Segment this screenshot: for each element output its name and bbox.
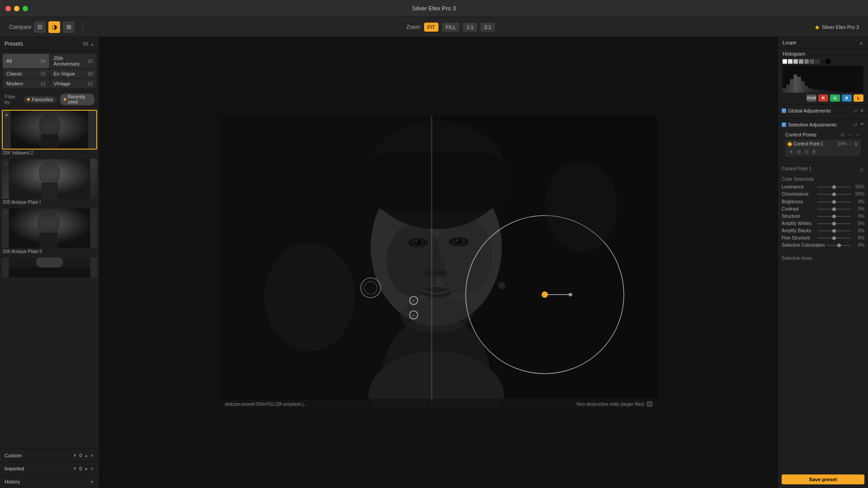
brightness-slider[interactable] bbox=[817, 202, 851, 202]
contrast-slider[interactable] bbox=[817, 209, 851, 210]
presets-header: Presets 58 ▲ bbox=[0, 37, 99, 51]
svg-rect-57 bbox=[808, 88, 812, 93]
structure-slider[interactable] bbox=[817, 216, 851, 217]
svg-rect-66 bbox=[841, 92, 845, 93]
cat-25th[interactable]: 25th Anniversary 10 bbox=[50, 54, 97, 68]
channel-l-button[interactable]: L bbox=[854, 94, 863, 102]
cat-classic[interactable]: Classic 15 bbox=[3, 69, 49, 78]
svg-rect-65 bbox=[838, 92, 841, 93]
window-title: Silver Efex Pro 3 bbox=[412, 5, 456, 12]
preset-categories: All 58 25th Anniversary 10 Classic 15 En… bbox=[0, 51, 99, 91]
imported-header[interactable]: Imported ▼ 0 ▲ ▼ bbox=[0, 462, 99, 475]
custom-controls: ▼ 0 ▲ ▼ bbox=[73, 453, 94, 458]
canvas-image[interactable]: + + alekzan-powell-5t5krHi1LQ8- bbox=[219, 116, 658, 409]
svg-text:+: + bbox=[412, 314, 415, 318]
sub-cp-reset-button[interactable]: ↺ bbox=[858, 167, 864, 174]
swatch-lg2 bbox=[793, 59, 798, 64]
zoom-fill-button[interactable]: FILL bbox=[442, 23, 459, 32]
color-selectivity-title: Color Selectivity bbox=[782, 177, 864, 182]
swatch-darker bbox=[821, 59, 825, 64]
channel-rgb-button[interactable]: RGB bbox=[807, 94, 816, 102]
selective-adjustments-header[interactable]: ✓ Selective Adjustments ↺ ▼ bbox=[782, 122, 864, 128]
svg-rect-59 bbox=[816, 89, 819, 93]
cp-gear-button[interactable]: ⚙ bbox=[839, 131, 845, 138]
non-destructive-checkbox[interactable] bbox=[647, 401, 652, 407]
luminance-label: Luminance bbox=[782, 184, 816, 189]
channel-g-button[interactable]: G bbox=[830, 94, 840, 102]
minimize-button[interactable] bbox=[14, 6, 19, 11]
custom-increment-button[interactable]: ▲ bbox=[84, 454, 88, 458]
close-button[interactable] bbox=[5, 6, 11, 11]
compare-active-button[interactable]: ◑ bbox=[48, 21, 60, 33]
zoom-2to1-button[interactable]: 2:1 bbox=[481, 23, 495, 32]
channel-r-button[interactable]: R bbox=[818, 94, 828, 102]
cp1-pct: 24% bbox=[838, 141, 847, 146]
custom-decrement-button[interactable]: ▼ bbox=[73, 454, 77, 458]
svg-point-32 bbox=[425, 270, 436, 277]
selective-colorization-row: Selective Colorization 0% bbox=[782, 243, 864, 248]
selective-colorization-label: Selective Colorization bbox=[782, 243, 825, 248]
selective-adj-checkbox[interactable]: ✓ bbox=[782, 122, 786, 127]
loupe-header[interactable]: Loupe ▲ bbox=[783, 40, 863, 45]
app-logo-label: Silver Efex Pro 3 bbox=[822, 24, 859, 30]
list-item[interactable]: ☆ 036 Antique Plate II bbox=[2, 208, 97, 256]
svg-rect-71 bbox=[860, 92, 863, 93]
list-item[interactable]: ★ 034 Yellowed 2 bbox=[2, 110, 97, 157]
histogram-graph bbox=[783, 66, 863, 93]
compare-split-button[interactable]: ⊟ bbox=[34, 21, 46, 33]
sub-control-point-section: Control Point 1 ↺ Color Selectivity Lumi… bbox=[778, 163, 868, 253]
amplify-whites-slider[interactable] bbox=[817, 223, 851, 224]
selective-adjustments-group: ✓ Selective Adjustments ↺ ▼ Control Poin… bbox=[778, 119, 868, 163]
fine-structure-slider[interactable] bbox=[817, 238, 851, 239]
filter-favourites-chip[interactable]: Favourites bbox=[24, 96, 57, 103]
maximize-button[interactable] bbox=[23, 6, 28, 11]
global-adj-checkbox[interactable]: ✓ bbox=[782, 108, 786, 113]
cp1-visibility-button[interactable]: ✓ bbox=[849, 142, 852, 146]
global-adj-reset-button[interactable]: ↺ bbox=[852, 108, 859, 114]
cp1-diamond-btn[interactable]: ◆ bbox=[788, 148, 794, 155]
cp1-delete-button[interactable]: 🗑 bbox=[854, 142, 858, 146]
zoom-label: Zoom bbox=[406, 24, 420, 30]
luminance-slider[interactable] bbox=[817, 187, 851, 188]
structure-row: Structure 0% bbox=[782, 214, 864, 219]
control-points-header: Control Points ⚙ ✓ ✓ bbox=[785, 131, 861, 138]
chrominance-slider[interactable] bbox=[817, 194, 851, 195]
svg-point-35 bbox=[400, 297, 472, 333]
imported-increment-button[interactable]: ▲ bbox=[84, 467, 88, 471]
imported-decrement-button[interactable]: ▼ bbox=[73, 467, 77, 471]
cat-modern[interactable]: Modern 11 bbox=[3, 79, 49, 88]
svg-point-7 bbox=[38, 210, 60, 236]
save-preset-button[interactable]: Save preset bbox=[782, 474, 864, 484]
filter-recently-used-chip[interactable]: Recently used bbox=[60, 94, 94, 105]
cat-vintage[interactable]: Vintage 12 bbox=[50, 79, 97, 88]
cp-check2-button[interactable]: ✓ bbox=[854, 131, 861, 138]
cp-check-button[interactable]: ✓ bbox=[847, 131, 853, 138]
channel-b-button[interactable]: B bbox=[842, 94, 852, 102]
zoom-1to1-button[interactable]: 1:1 bbox=[463, 23, 477, 32]
cp1-link-btn[interactable]: ⊟ bbox=[803, 148, 810, 155]
imported-stepper: ▼ 0 ▲ bbox=[73, 466, 88, 471]
global-adjustments-title: Global Adjustments bbox=[788, 108, 831, 113]
cat-all[interactable]: All 58 bbox=[3, 54, 49, 68]
non-destructive-section: Non-destructive edits (larger files) bbox=[577, 401, 653, 407]
amplify-blacks-slider[interactable] bbox=[817, 230, 851, 231]
global-adjustments-header[interactable]: ✓ Global Adjustments ↺ ▲ bbox=[782, 108, 864, 114]
custom-header[interactable]: Custom ▼ 0 ▲ ▼ bbox=[0, 449, 99, 462]
cp1-copy-btn[interactable]: ⊞ bbox=[796, 148, 802, 155]
list-item[interactable]: ☆ 035 Antique Plate I bbox=[2, 159, 97, 206]
svg-rect-67 bbox=[845, 92, 849, 93]
structure-label: Structure bbox=[782, 214, 816, 219]
selective-adj-reset-button[interactable]: ↺ bbox=[852, 122, 859, 128]
custom-section: Custom ▼ 0 ▲ ▼ bbox=[0, 449, 99, 462]
custom-value: 0 bbox=[78, 453, 83, 458]
traffic-lights bbox=[5, 6, 28, 11]
zoom-fit-button[interactable]: FIT bbox=[424, 23, 439, 32]
svg-rect-2 bbox=[41, 135, 58, 149]
cp1-trash-btn[interactable]: 🗑 bbox=[811, 148, 817, 155]
history-header[interactable]: History ▼ bbox=[0, 475, 99, 488]
compare-side-button[interactable]: ⊞ bbox=[63, 21, 75, 33]
selective-colorization-slider[interactable] bbox=[827, 245, 851, 246]
svg-rect-5 bbox=[42, 183, 58, 199]
list-item[interactable] bbox=[2, 258, 97, 277]
cat-en-vogue[interactable]: En Vogue 10 bbox=[50, 69, 97, 78]
